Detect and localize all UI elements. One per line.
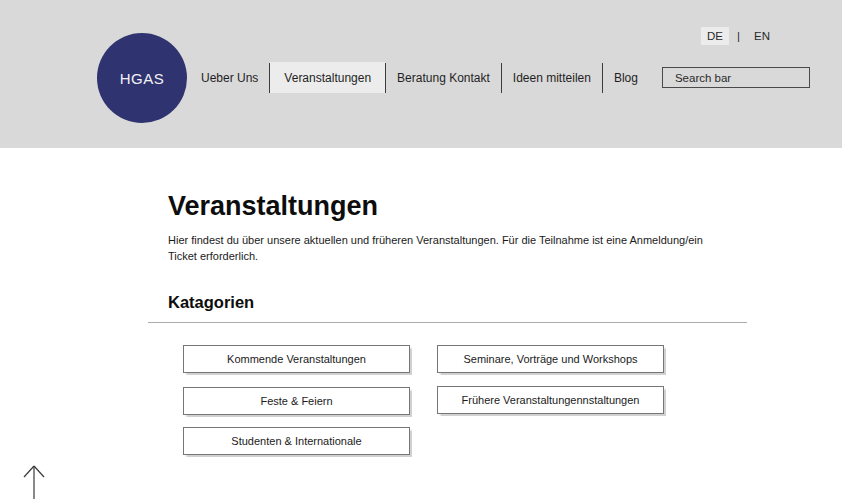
nav-item-beratung-kontakt[interactable]: Beratung Kontakt xyxy=(386,62,501,93)
language-divider: | xyxy=(729,30,748,42)
site-header: HGAS Ueber Uns Veranstaltungen Beratung … xyxy=(0,0,842,148)
category-button-fruehere-veranstaltungen[interactable]: Frühere Veranstaltungennstaltungen xyxy=(437,386,664,414)
section-divider xyxy=(148,322,747,323)
language-option-en[interactable]: EN xyxy=(748,27,776,45)
language-option-de[interactable]: DE xyxy=(701,27,729,45)
nav-item-blog[interactable]: Blog xyxy=(603,62,649,93)
arrow-up-icon xyxy=(21,462,47,499)
nav-item-ueber-uns[interactable]: Ueber Uns xyxy=(190,62,269,93)
category-button-studenten-internationale[interactable]: Studenten & Internationale xyxy=(183,427,410,455)
logo[interactable]: HGAS xyxy=(97,33,187,123)
main-navigation: Ueber Uns Veranstaltungen Beratung Konta… xyxy=(190,62,810,93)
nav-item-veranstaltungen[interactable]: Veranstaltungen xyxy=(270,62,385,93)
category-button-seminare-vortraege-workshops[interactable]: Seminare, Vorträge und Workshops xyxy=(437,345,664,373)
categories-heading: Katagorien xyxy=(168,293,254,312)
page-title: Veranstaltungen xyxy=(168,191,378,222)
nav-item-ideen-mitteilen[interactable]: Ideen mitteilen xyxy=(502,62,602,93)
search-input[interactable] xyxy=(662,67,810,88)
category-button-kommende-veranstaltungen[interactable]: Kommende Veranstaltungen xyxy=(183,345,410,373)
category-button-feste-feiern[interactable]: Feste & Feiern xyxy=(183,387,410,415)
scroll-to-top-arrow[interactable] xyxy=(21,462,47,499)
language-switcher: DE | EN xyxy=(701,27,776,45)
page-description: Hier findest du über unsere aktuellen un… xyxy=(168,233,716,265)
